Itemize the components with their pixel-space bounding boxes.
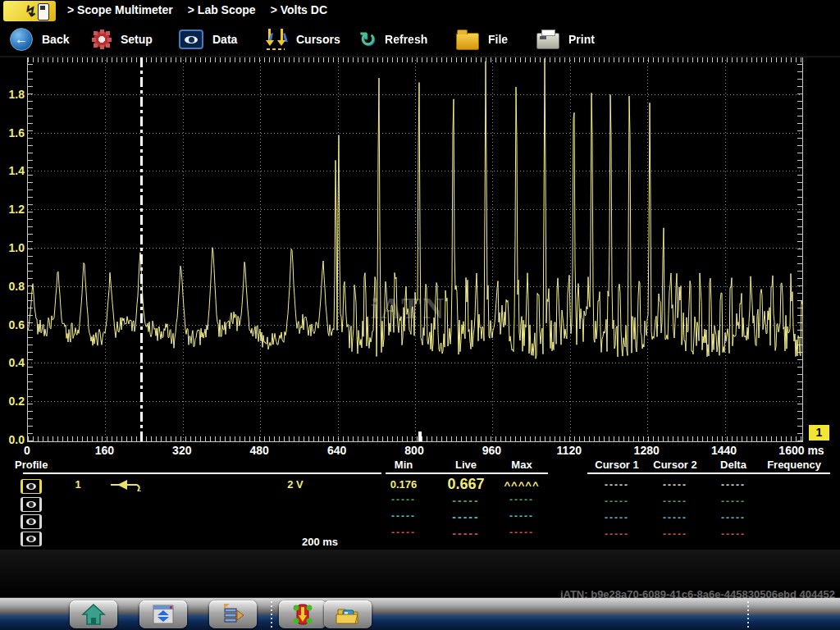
placeholder-value: -----	[489, 494, 555, 505]
breadcrumb-bar: ↯ > Scope Multimeter > Lab Scope > Volts…	[0, 0, 840, 23]
placeholder-value: -----	[642, 512, 708, 523]
x-axis-label: 960	[454, 444, 528, 457]
y-axis-label: 1.0	[1, 241, 25, 254]
placeholder-value: -----	[371, 510, 436, 522]
x-axis-label: 1440	[687, 444, 761, 457]
channel-number: 1	[66, 478, 90, 491]
placeholder-value: -----	[371, 494, 436, 505]
profile-header: Profile	[15, 459, 89, 471]
home-icon	[81, 603, 106, 626]
back-arrow-icon: ←	[10, 28, 33, 51]
placeholder-value: -----	[371, 527, 436, 538]
print-button[interactable]: Print	[536, 26, 595, 52]
breadcrumb-volts-dc: > Volts DC	[271, 3, 327, 16]
y-axis-label: 0.4	[1, 356, 25, 369]
y-axis-label: 0.6	[1, 318, 25, 331]
measurements-underline	[386, 472, 548, 474]
placeholder-value: -----	[642, 528, 708, 540]
folder-icon	[456, 33, 479, 50]
x-axis-label: 1280	[609, 444, 683, 457]
probe-icon	[109, 478, 145, 491]
home-button[interactable]	[70, 600, 117, 628]
channel-1-badge: 1	[809, 425, 829, 441]
refresh-icon: ↻	[359, 30, 376, 49]
file-label: File	[488, 33, 508, 46]
placeholder-value: -----	[489, 527, 555, 538]
bolt-glyph: ↯	[25, 2, 37, 21]
scope-multimeter-app-icon: ↯	[3, 1, 56, 21]
x-axis-label: 1600 ms	[765, 444, 838, 457]
trigger-position-marker[interactable]	[418, 431, 422, 441]
placeholder-value: -----	[701, 479, 766, 491]
breadcrumb-lab-scope: > Lab Scope	[188, 3, 256, 16]
channel-3-visibility-toggle[interactable]	[21, 514, 42, 529]
y-axis-label: 1.2	[1, 203, 25, 216]
cursors-button[interactable]: Cursors	[264, 26, 340, 52]
printer-icon	[536, 33, 559, 49]
y-axis-label: 1.8	[1, 88, 25, 101]
channel-4-visibility-toggle[interactable]	[21, 532, 42, 546]
placeholder-value: -----	[642, 479, 708, 491]
vehicle-id-button[interactable]	[279, 600, 326, 628]
setup-label: Setup	[121, 33, 153, 46]
back-button[interactable]: ← Back	[10, 26, 69, 52]
x-axis-label: 640	[300, 444, 374, 457]
saved-data-button[interactable]	[324, 600, 372, 628]
breadcrumb: > Scope Multimeter > Lab Scope > Volts D…	[67, 3, 327, 16]
vehicle-id-icon	[290, 602, 315, 627]
x-axis-label: 800	[377, 444, 451, 457]
placeholder-value: -----	[701, 528, 766, 540]
data-list-icon	[221, 603, 245, 626]
scope-cursor-line[interactable]	[140, 57, 143, 441]
taskbar-separator	[747, 600, 749, 628]
y-axis-label: 1.4	[1, 164, 25, 177]
watermark-session-id: iATN: b9e28a70-6089-41c6-8a6e-445830506e…	[560, 588, 835, 600]
x-axis-label: 1120	[532, 444, 606, 457]
taskbar: 1994 HONDA CIVIC	[0, 597, 840, 630]
x-axis-label: 320	[145, 444, 219, 457]
scope-window-icon	[151, 603, 176, 626]
placeholder-value: -----	[584, 495, 650, 507]
scope-window-button[interactable]	[139, 600, 187, 628]
max-header: Max	[485, 459, 559, 471]
refresh-button[interactable]: ↻ Refresh	[359, 26, 427, 52]
scope-multimeter-screen: ↯ > Scope Multimeter > Lab Scope > Volts…	[0, 0, 840, 630]
x-axis-label: 480	[222, 444, 296, 457]
cursors-underline	[587, 472, 830, 474]
placeholder-value: -----	[584, 479, 650, 491]
data-folder-icon	[336, 603, 360, 626]
placeholder-value: -----	[584, 528, 650, 540]
channel-1-visibility-toggle[interactable]	[21, 479, 42, 494]
refresh-label: Refresh	[385, 33, 427, 46]
back-label: Back	[42, 33, 69, 46]
channel-scale: 2 V	[271, 478, 320, 491]
breadcrumb-scope-multimeter: > Scope Multimeter	[67, 3, 173, 16]
placeholder-value: -----	[642, 495, 708, 507]
profile-underline	[23, 472, 381, 474]
x-axis-label: 160	[67, 444, 141, 457]
sweep-setting: 200 ms	[279, 536, 361, 548]
waveform-channel-1	[28, 57, 802, 441]
setup-button[interactable]: Setup	[92, 26, 153, 52]
x-axis-label: 0	[0, 444, 64, 457]
data-button[interactable]: Data	[179, 26, 237, 52]
eye-icon	[179, 30, 203, 49]
meter-device-glyph	[38, 3, 49, 21]
placeholder-value: -----	[701, 512, 766, 523]
file-button[interactable]: File	[456, 26, 508, 52]
data-manager-button[interactable]	[209, 600, 257, 628]
placeholder-value: -----	[701, 495, 766, 507]
gear-icon	[92, 30, 112, 49]
max-value: ^^^^^	[489, 479, 555, 491]
placeholder-value: -----	[489, 510, 555, 522]
channel-2-visibility-toggle[interactable]	[21, 497, 42, 512]
print-label: Print	[568, 33, 595, 46]
toolbar: ← Back Setup Data Cursors ↻	[0, 23, 840, 57]
scope-plot-area: iATN	[27, 57, 803, 442]
cursors-label: Cursors	[296, 33, 340, 46]
y-axis-label: 0.2	[1, 395, 25, 408]
data-label: Data	[212, 33, 237, 46]
y-axis-label: 1.6	[1, 126, 25, 139]
cursors-icon	[264, 29, 287, 50]
taskbar-separator	[271, 600, 272, 628]
